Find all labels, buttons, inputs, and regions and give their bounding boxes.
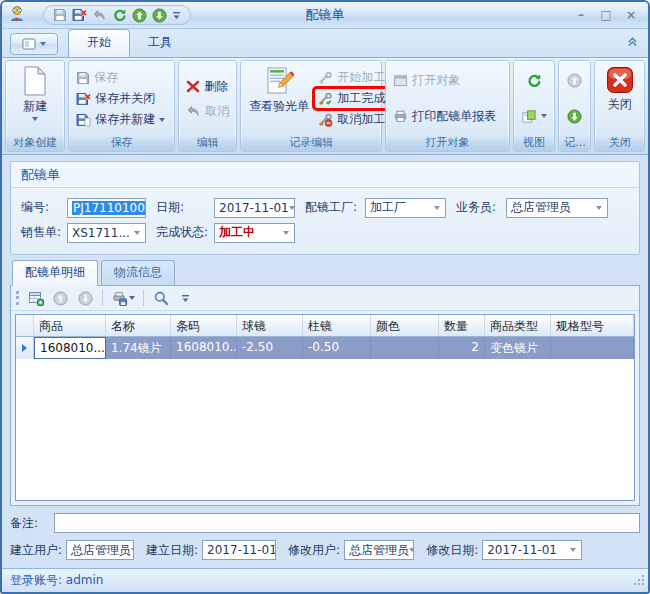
column-header-cylinder[interactable]: 柱镜 — [303, 315, 371, 336]
open-object-button[interactable]: 打开对象 — [389, 70, 505, 91]
create-date-combo[interactable]: 2017-11-01 — [202, 540, 276, 560]
printer-icon — [393, 109, 408, 123]
column-header-spec[interactable]: 规格型号 — [551, 315, 634, 336]
login-account-text: 登录账号: admin — [10, 572, 103, 589]
factory-label: 配镜工厂: — [305, 199, 365, 216]
remark-row: 备注: — [10, 512, 640, 534]
date-combo[interactable]: 2017-11-01 — [214, 198, 295, 218]
column-header-barcode[interactable]: 条码 — [171, 315, 237, 336]
factory-combo[interactable]: 加工厂 — [365, 198, 446, 218]
detail-grid: 商品 名称 条码 球镜 柱镜 颜色 数量 商品类型 规格型号 1608010..… — [15, 314, 635, 501]
cancel-process-button[interactable]: 取消加工 — [314, 109, 389, 130]
save-button[interactable]: 保存 — [72, 67, 169, 88]
save-new-button[interactable]: 保存并新建 — [72, 109, 169, 130]
close-form-button[interactable]: 关闭 — [601, 63, 639, 134]
cell-color[interactable] — [371, 337, 439, 359]
layout-view-icon — [521, 109, 537, 124]
ribbon-group-open: 打开对象 打印配镜单报表 打开对象 — [385, 60, 509, 152]
next-record-button[interactable] — [563, 106, 586, 127]
modify-date-combo[interactable]: 2017-11-01 — [482, 540, 582, 560]
save-icon — [76, 71, 90, 85]
status-combo[interactable]: 加工中 — [214, 223, 295, 243]
cell-name[interactable]: 1.74镜片 — [106, 337, 171, 359]
chevron-down-icon — [129, 296, 135, 300]
application-menu-button[interactable] — [10, 33, 58, 55]
row-indicator — [16, 337, 34, 359]
order-no-input[interactable]: PJ171101000 — [67, 198, 146, 218]
refresh-icon[interactable] — [112, 8, 127, 22]
salesman-combo[interactable]: 总店管理员 — [506, 198, 608, 218]
column-header-quantity[interactable]: 数量 — [439, 315, 485, 336]
cell-spec[interactable] — [551, 337, 634, 359]
sales-order-combo[interactable]: XS1711... — [67, 223, 146, 243]
toolbar-drag-grip[interactable] — [16, 291, 19, 305]
search-button[interactable] — [150, 288, 171, 308]
export-print-button[interactable] — [109, 288, 137, 308]
save-close-icon[interactable] — [72, 8, 87, 22]
cell-sphere[interactable]: -2.50 — [237, 337, 303, 359]
qat-overflow-icon[interactable] — [172, 11, 181, 20]
process-tool-icon — [318, 71, 333, 85]
salesman-label: 业务员: — [456, 199, 506, 216]
chevron-down-icon — [40, 42, 46, 46]
modify-user-label: 修改用户: — [288, 542, 340, 559]
column-header-color[interactable]: 颜色 — [371, 315, 439, 336]
record-up-icon[interactable] — [132, 8, 147, 23]
ribbon-group-edit: 删除 取消 编辑 — [178, 60, 237, 152]
refresh-view-button[interactable] — [522, 70, 546, 91]
cell-product-type[interactable]: 变色镜片 — [485, 337, 551, 359]
maximize-button[interactable]: □ — [595, 7, 617, 24]
toolbar-overflow-icon[interactable] — [175, 288, 196, 308]
delete-button[interactable]: 删除 — [182, 76, 233, 97]
cancel-button[interactable]: 取消 — [182, 101, 233, 122]
order-no-label: 编号: — [21, 199, 67, 216]
grid-new-row-button[interactable] — [25, 288, 46, 308]
print-report-button[interactable]: 打印配镜单报表 — [389, 106, 505, 127]
finish-process-button[interactable]: 加工完成 — [314, 88, 389, 109]
column-header-product[interactable]: 商品 — [34, 315, 106, 336]
process-tool-check-icon — [318, 92, 333, 106]
row-down-button[interactable] — [75, 288, 96, 308]
cell-barcode[interactable]: 1608010... — [171, 337, 237, 359]
minimize-button[interactable]: – — [570, 7, 592, 24]
record-down-icon[interactable] — [152, 8, 167, 23]
cell-quantity[interactable]: 2 — [439, 337, 485, 359]
app-icon — [8, 5, 26, 25]
tab-home[interactable]: 开始 — [68, 29, 130, 57]
save-close-icon — [76, 92, 91, 106]
ribbon-group-view: 视图 — [513, 60, 556, 152]
remark-label: 备注: — [10, 515, 54, 532]
layout-view-button[interactable] — [517, 106, 551, 127]
column-header-name[interactable]: 名称 — [106, 315, 171, 336]
glasses-order-window: 配镜单 – □ × 开始 工具 新建 对象创建 — [0, 0, 650, 594]
create-user-combo[interactable]: 总店管理员 — [66, 540, 134, 560]
table-row[interactable]: 1608010... 1.74镜片 1608010... -2.50 -0.50… — [16, 337, 634, 359]
column-header-sphere[interactable]: 球镜 — [237, 315, 303, 336]
delete-x-icon — [186, 80, 200, 93]
order-groupbox-title: 配镜单 — [11, 162, 639, 188]
ribbon-collapse-icon[interactable] — [627, 36, 638, 50]
modify-user-combo[interactable]: 总店管理员 — [344, 540, 414, 560]
new-button[interactable]: 新建 — [18, 63, 52, 134]
tab-order-detail[interactable]: 配镜单明细 — [12, 260, 98, 286]
save-close-button[interactable]: 保存并关闭 — [72, 88, 169, 109]
tab-logistics[interactable]: 物流信息 — [101, 260, 175, 285]
cell-cylinder[interactable]: -0.50 — [303, 337, 371, 359]
grid-empty-area[interactable] — [16, 359, 634, 500]
create-user-label: 建立用户: — [10, 542, 62, 559]
date-label: 日期: — [156, 199, 214, 216]
start-process-button[interactable]: 开始加工 — [314, 67, 389, 88]
column-header-product-type[interactable]: 商品类型 — [485, 315, 551, 336]
view-optometry-button[interactable]: 查看验光单 — [244, 63, 314, 134]
toolbar-separator — [143, 290, 144, 306]
cell-product[interactable]: 1608010... — [34, 337, 106, 359]
tab-tools[interactable]: 工具 — [130, 29, 190, 57]
remark-input[interactable] — [54, 513, 640, 533]
save-icon[interactable] — [53, 8, 67, 22]
row-up-button[interactable] — [50, 288, 71, 308]
close-window-button[interactable]: × — [620, 7, 642, 24]
undo-icon[interactable] — [92, 8, 107, 22]
grid-header-row: 商品 名称 条码 球镜 柱镜 颜色 数量 商品类型 规格型号 — [16, 315, 634, 337]
resize-grip-icon[interactable] — [634, 575, 645, 589]
previous-record-button[interactable] — [563, 70, 586, 91]
